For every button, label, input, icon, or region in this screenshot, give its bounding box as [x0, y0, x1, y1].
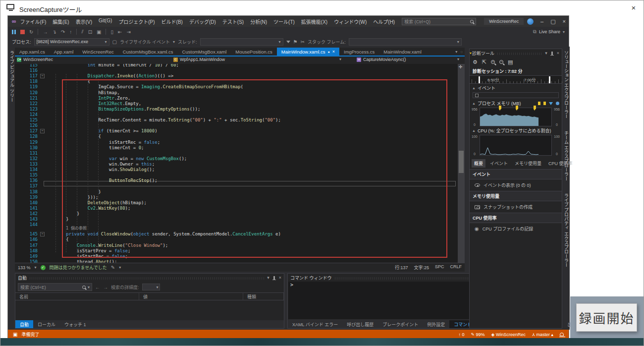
editor-tab[interactable]: App.xaml.cs: [15, 48, 50, 56]
user-avatar[interactable]: [527, 18, 534, 25]
live-share-label[interactable]: Live Share: [539, 29, 560, 34]
breadcrumb-method[interactable]: M CaptureMovieAsync(): [357, 57, 406, 62]
reset-view-icon[interactable]: ▤: [508, 59, 513, 65]
fold-collapse-icon[interactable]: −: [40, 74, 45, 78]
show-external-code-icon[interactable]: ✂: [301, 39, 305, 45]
editor-tab[interactable]: MainWindow.xaml: [379, 48, 426, 56]
command-tab[interactable]: XAML バインド エラー: [288, 320, 342, 328]
breadcrumb-class[interactable]: C WpfApp1.MainWindow: [173, 57, 225, 62]
column-header[interactable]: 種類: [243, 293, 284, 300]
chevron-down-icon[interactable]: ▾: [267, 275, 269, 280]
lifecycle-label[interactable]: ライフサイクル イベント: [120, 39, 170, 45]
open-file-icon[interactable]: ⊡: [88, 29, 92, 35]
branch-selector[interactable]: Y master ▴: [532, 332, 553, 337]
hot-reload-icon[interactable]: ⫽: [81, 29, 83, 35]
export-report-icon[interactable]: ⇱: [482, 59, 486, 65]
menu-item[interactable]: ファイル(F): [20, 18, 47, 25]
bookmark-icon[interactable]: ▯: [110, 29, 113, 35]
editor-vertical-scrollbar[interactable]: ✛: [458, 64, 465, 263]
restart-icon[interactable]: ↻: [29, 29, 33, 35]
diagnostics-tab[interactable]: CPU 使用率: [546, 159, 575, 168]
step-out-icon[interactable]: ↑: [69, 29, 72, 35]
vs-close-icon[interactable]: ×: [563, 18, 566, 24]
editor-tab[interactable]: WinScreenRec: [78, 48, 118, 56]
chevron-down-icon[interactable]: ▾: [545, 51, 547, 56]
split-editor-icon[interactable]: ✛: [459, 64, 463, 69]
chevron-down-icon[interactable]: ▾: [339, 57, 341, 61]
sidebar-item-live-property-explorer[interactable]: ライブ プロパティ エクスプローラー: [563, 193, 570, 267]
stack-frame-dropdown[interactable]: ▾: [349, 38, 462, 46]
chevron-down-icon[interactable]: ▾: [563, 30, 565, 34]
code-editor[interactable]: 115int minute = (timerCnt / 10) / 60;116…: [15, 64, 458, 263]
maximize-icon[interactable]: ▢: [550, 18, 555, 25]
navigate-back-icon[interactable]: ⇤: [118, 29, 122, 35]
menu-item[interactable]: 表示(V): [76, 18, 92, 25]
navigate-forward-icon[interactable]: ⇥: [126, 29, 130, 35]
autos-search-input[interactable]: 検索 (Ctrl+E) ▾: [18, 283, 92, 291]
continue-icon[interactable]: →: [43, 29, 48, 35]
scrollbar-thumb[interactable]: [459, 151, 464, 173]
save-icon[interactable]: ▣: [97, 29, 101, 35]
events-section-label[interactable]: ▲イベント: [470, 84, 562, 92]
step-over-icon[interactable]: ↷: [61, 29, 65, 35]
timeline-ruler[interactable]: 6:50分7:00分: [470, 75, 562, 84]
pause-icon[interactable]: [12, 30, 16, 34]
tab-overflow-chevron-icon[interactable]: ▾: [455, 50, 457, 54]
fold-collapse-icon[interactable]: −: [40, 232, 45, 236]
editor-tab[interactable]: ImgProcess.cs: [339, 48, 379, 56]
sidebar-item-team-explorer[interactable]: チーム エクスプローラー: [563, 131, 570, 181]
menu-item[interactable]: ヘルプ(H): [373, 18, 395, 25]
timeline-handle[interactable]: [479, 76, 480, 83]
flag-icon[interactable]: ⚑: [293, 39, 298, 45]
column-header[interactable]: 値: [139, 293, 243, 300]
menu-item[interactable]: 拡張機能(X): [301, 18, 327, 25]
menu-item[interactable]: テスト(S): [222, 18, 244, 25]
pin-icon[interactable]: [273, 276, 275, 280]
menu-item[interactable]: プロジェクト(P): [118, 18, 155, 25]
menu-item[interactable]: 分析(N): [250, 18, 267, 25]
menu-item[interactable]: ツール(T): [273, 18, 295, 25]
search-next-icon[interactable]: →: [103, 285, 108, 290]
chevron-down-icon[interactable]: ▾: [35, 265, 37, 270]
autos-body[interactable]: [15, 300, 284, 321]
gear-icon[interactable]: ⚙: [473, 59, 478, 65]
pin-icon[interactable]: [551, 52, 553, 55]
lifecycle-icon[interactable]: ▢: [112, 39, 117, 45]
editor-tab[interactable]: MousePosition.cs: [231, 48, 276, 56]
filter-icon[interactable]: [286, 41, 290, 43]
command-tab[interactable]: 例外設定: [423, 320, 449, 328]
pencil-icon[interactable]: ✎: [111, 265, 115, 270]
process-dropdown[interactable]: [9828] WinScreenRec.exe ▾: [34, 38, 109, 46]
sidebar-item-solution-explorer[interactable]: ソリューション エクスプローラー: [563, 51, 570, 119]
chevron-down-icon[interactable]: ▾: [457, 57, 459, 61]
edit-percent[interactable]: ✎ 99%: [471, 332, 484, 337]
minimize-icon[interactable]: –: [540, 18, 543, 24]
breadcrumb-project[interactable]: C# WinScreenRec: [17, 57, 53, 62]
diagnostics-tab[interactable]: イベント: [487, 159, 510, 168]
menu-item[interactable]: 編集(E): [53, 18, 69, 25]
panel-close-icon[interactable]: ×: [279, 275, 281, 280]
fold-collapse-icon[interactable]: −: [40, 129, 45, 133]
bell-icon[interactable]: [560, 333, 564, 336]
tab-options-icon[interactable]: ◌: [460, 50, 463, 54]
panel-close-icon[interactable]: ×: [557, 51, 559, 56]
search-prev-icon[interactable]: ←: [95, 285, 100, 290]
autos-tab[interactable]: ローカル: [33, 320, 60, 328]
tab-close-icon[interactable]: ×: [332, 49, 335, 54]
zoom-in-icon[interactable]: +: [491, 60, 495, 64]
section-action-row[interactable]: ◉CPU プロファイルの記録: [470, 223, 562, 234]
stop-icon[interactable]: [20, 30, 25, 34]
repo-name[interactable]: ◈ WinScreenRec: [491, 332, 525, 337]
autos-tab[interactable]: 自動: [15, 320, 33, 328]
command-tab[interactable]: 呼び出し履歴: [342, 320, 378, 328]
diagnostics-tab[interactable]: 概要: [472, 159, 485, 168]
editor-tab[interactable]: App.xaml: [50, 48, 78, 56]
cpu-section-label[interactable]: ▲CPU (%: 全プロセッサに占める割合): [470, 126, 562, 135]
column-header[interactable]: 名前: [15, 293, 139, 300]
search-depth-dropdown[interactable]: ▾: [142, 284, 160, 290]
step-into-icon[interactable]: ↴: [52, 29, 56, 35]
command-tab[interactable]: ブレークポイント: [378, 320, 423, 328]
menu-item[interactable]: デバッグ(D): [189, 18, 216, 25]
editor-tab[interactable]: CustomMsgBox.xaml.cs: [118, 48, 178, 56]
section-action-row[interactable]: スナップショットの作成: [470, 201, 562, 213]
